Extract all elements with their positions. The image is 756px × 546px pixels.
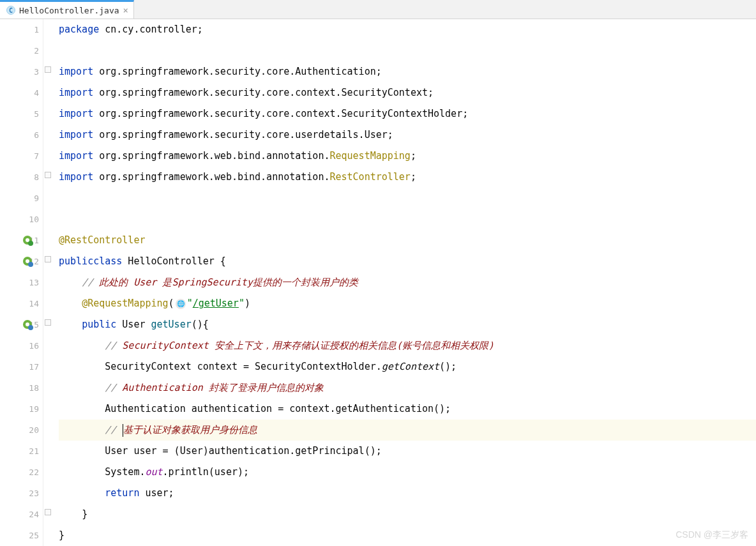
code-line[interactable]: Authentication authentication = context.… <box>59 398 756 420</box>
code-line[interactable]: public class HelloController { <box>59 251 756 272</box>
code-line[interactable]: // Authentication 封装了登录用户信息的对象 <box>59 377 756 398</box>
java-class-icon: C <box>6 6 15 15</box>
line-number: 20 <box>0 420 43 441</box>
fold-toggle-icon[interactable] <box>45 172 51 178</box>
line-number: 7 <box>0 146 43 167</box>
indent <box>59 420 105 441</box>
indent <box>59 272 82 293</box>
keyword: return <box>105 483 139 504</box>
code-line[interactable]: return user; <box>59 483 756 504</box>
line-number-gutter: 1 2 3 4 5 6 7 8 9 10 11 12 13 14 15 16 1… <box>0 19 43 546</box>
code-editor[interactable]: 1 2 3 4 5 6 7 8 9 10 11 12 13 14 15 16 1… <box>0 19 756 546</box>
code-line-active[interactable]: // 基于认证对象获取用户身份信息 <box>59 420 756 441</box>
spring-bean-icon[interactable] <box>23 320 33 330</box>
code-text: org.springframework.security.core.contex… <box>93 82 434 103</box>
code-text: org.springframework.web.bind.annotation. <box>93 146 329 167</box>
fold-toggle-icon[interactable] <box>45 319 51 326</box>
fold-toggle-icon[interactable] <box>45 256 51 262</box>
url-string[interactable]: /getUser <box>193 293 239 314</box>
comment: // <box>105 335 122 356</box>
keyword: public <box>82 314 116 335</box>
code-line[interactable]: public User getUser(){ <box>59 314 756 335</box>
indent <box>59 483 105 504</box>
code-area[interactable]: package cn.cy.controller; import org.spr… <box>54 19 756 546</box>
static-field: out <box>145 462 162 483</box>
line-number: 1 <box>0 19 43 40</box>
method-call: getContext <box>382 356 439 377</box>
line-number: 3 <box>0 61 43 82</box>
editor-tab[interactable]: C HelloController.java × <box>0 0 134 19</box>
method-name: getUser <box>151 314 192 335</box>
code-line[interactable]: } <box>59 504 756 525</box>
code-text: HelloController { <box>122 251 226 272</box>
indent <box>59 356 105 377</box>
code-line[interactable]: SecurityContext context = SecurityContex… <box>59 356 756 377</box>
code-text: } <box>59 525 64 546</box>
tab-bar: C HelloController.java × <box>0 0 756 19</box>
indent <box>59 462 105 483</box>
keyword: package <box>59 19 99 40</box>
indent <box>59 293 82 314</box>
code-line[interactable] <box>59 188 756 209</box>
spring-run-icon[interactable] <box>23 236 33 246</box>
indent <box>59 377 105 398</box>
fold-toggle-icon[interactable] <box>45 509 51 515</box>
code-line[interactable]: User user = (User)authentication.getPrin… <box>59 441 756 462</box>
string: " <box>239 293 245 314</box>
line-number: 19 <box>0 398 43 420</box>
indent <box>59 398 105 420</box>
code-text: ; <box>411 167 416 188</box>
code-line[interactable]: import org.springframework.web.bind.anno… <box>59 146 756 167</box>
line-number: 8 <box>0 167 43 188</box>
comment: // <box>105 420 122 441</box>
string: " <box>187 293 193 314</box>
code-text: Authentication authentication = context.… <box>105 398 451 420</box>
comment: 封装了登录用户信息的对象 <box>209 377 324 398</box>
line-number: 13 <box>0 272 43 293</box>
code-line[interactable]: import org.springframework.security.core… <box>59 125 756 146</box>
line-number: 2 <box>0 40 43 61</box>
close-icon[interactable]: × <box>123 6 128 15</box>
class-ref: RestController <box>329 167 410 188</box>
annotation: @RestController <box>59 230 145 251</box>
indent <box>59 335 105 356</box>
comment: Authentication <box>122 377 208 398</box>
code-line[interactable]: // SecurityContext 安全上下文，用来存储认证授权的相关信息(账… <box>59 335 756 356</box>
code-line[interactable]: System.out.println(user); <box>59 462 756 483</box>
keyword: import <box>59 103 93 125</box>
line-number: 25 <box>0 525 43 546</box>
fold-column <box>43 19 54 546</box>
comment: SecurityContext <box>122 335 215 356</box>
line-number: 5 <box>0 103 43 125</box>
code-line[interactable]: } <box>59 525 756 546</box>
indent <box>59 314 82 335</box>
code-line[interactable]: @RequestMapping(🌐"/getUser") <box>59 293 756 314</box>
line-number: 4 <box>0 82 43 103</box>
code-text: ; <box>411 146 416 167</box>
code-text: (); <box>439 356 457 377</box>
keyword: import <box>59 82 93 103</box>
code-line[interactable] <box>59 209 756 230</box>
comment: 安全上下文，用来存储认证授权的相关信息(账号信息和相关权限) <box>215 335 494 356</box>
fold-toggle-icon[interactable] <box>45 66 51 73</box>
code-text: org.springframework.web.bind.annotation. <box>93 167 329 188</box>
code-line[interactable]: // 此处的 User 是SpringSecurity提供的一个封装用户的类 <box>59 272 756 293</box>
code-line[interactable]: @RestController <box>59 230 756 251</box>
code-line[interactable]: import org.springframework.security.core… <box>59 103 756 125</box>
code-line[interactable] <box>59 40 756 61</box>
code-line[interactable]: import org.springframework.security.core… <box>59 61 756 82</box>
spring-bean-icon[interactable] <box>23 257 33 267</box>
code-line[interactable]: import org.springframework.security.core… <box>59 82 756 103</box>
comment: 基于认证对象获取用户身份信息 <box>123 420 257 441</box>
line-number: 6 <box>0 125 43 146</box>
code-text: user; <box>139 483 174 504</box>
comment: 此处的 User 是SpringSecurity提供的一个封装用户的类 <box>99 272 358 293</box>
indent <box>59 504 82 525</box>
line-number: 22 <box>0 462 43 483</box>
annotation: @RequestMapping <box>82 293 168 314</box>
code-line[interactable]: package cn.cy.controller; <box>59 19 756 40</box>
code-line[interactable]: import org.springframework.web.bind.anno… <box>59 167 756 188</box>
globe-icon[interactable]: 🌐 <box>176 299 186 309</box>
keyword: import <box>59 146 93 167</box>
code-text: org.springframework.security.core.contex… <box>93 103 468 125</box>
